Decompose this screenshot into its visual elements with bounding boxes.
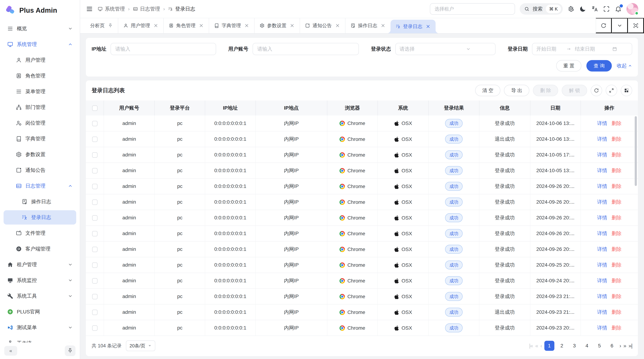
sidebar-item-login-log[interactable]: 登录日志 <box>4 210 76 225</box>
delete-link[interactable]: 删除 <box>612 199 622 205</box>
detail-link[interactable]: 详情 <box>597 183 607 189</box>
table-fullscreen-button[interactable] <box>606 85 617 96</box>
collapse-filter-button[interactable]: 收起 <box>617 62 632 69</box>
close-icon[interactable] <box>244 23 249 28</box>
delete-link[interactable]: 删除 <box>612 215 622 220</box>
tab-user-management[interactable]: 用户管理 <box>118 18 163 33</box>
unlock-button[interactable]: 解 锁 <box>562 85 587 96</box>
first-page-button[interactable]: |« <box>529 343 533 349</box>
fullscreen-button[interactable] <box>603 5 610 12</box>
tab-param-settings[interactable]: 参数设置 <box>254 18 300 33</box>
close-icon[interactable] <box>153 23 158 28</box>
export-button[interactable]: 导 出 <box>504 85 529 96</box>
filter-account-input[interactable] <box>252 43 359 55</box>
sidebar-item-system-tools[interactable]: 系统工具 <box>4 289 76 303</box>
close-icon[interactable] <box>426 24 430 29</box>
detail-link[interactable]: 详情 <box>597 199 607 205</box>
sidebar-item-operation-log[interactable]: 操作日志 <box>4 195 76 209</box>
prev-5-pages-button[interactable]: « <box>535 343 538 349</box>
sidebar-pin-button[interactable] <box>65 346 76 356</box>
row-checkbox[interactable] <box>92 294 98 299</box>
row-checkbox[interactable] <box>92 247 98 252</box>
detail-link[interactable]: 详情 <box>597 152 607 157</box>
row-checkbox[interactable] <box>92 168 98 173</box>
breadcrumb-login-log[interactable]: 登录日志 <box>168 5 195 12</box>
page-button-1[interactable]: 1 <box>544 341 554 351</box>
detail-link[interactable]: 详情 <box>597 262 607 268</box>
delete-link[interactable]: 删除 <box>612 246 622 252</box>
row-checkbox[interactable] <box>92 200 98 205</box>
detail-link[interactable]: 详情 <box>597 278 607 283</box>
page-button-2[interactable]: 2 <box>557 341 567 351</box>
sidebar-item-notice[interactable]: 通知公告 <box>4 163 76 177</box>
table-refresh-button[interactable] <box>591 85 602 96</box>
detail-link[interactable]: 详情 <box>597 231 607 236</box>
row-checkbox[interactable] <box>92 325 98 331</box>
reset-button[interactable]: 重 置 <box>556 60 582 71</box>
global-search[interactable]: 搜索 ⌘ K <box>520 3 563 15</box>
page-button-4[interactable]: 4 <box>582 341 592 351</box>
delete-link[interactable]: 删除 <box>612 152 622 157</box>
sidebar-item-menu-management[interactable]: 菜单管理 <box>4 84 76 99</box>
delete-link[interactable]: 删除 <box>612 309 622 315</box>
delete-link[interactable]: 删除 <box>612 136 622 142</box>
select-all-checkbox[interactable] <box>92 105 98 111</box>
sidebar-collapse-button[interactable]: « <box>4 346 17 356</box>
last-page-button[interactable]: »| <box>628 343 632 349</box>
sidebar-item-overview[interactable]: 概览 <box>4 21 76 36</box>
notifications-button[interactable] <box>615 5 622 12</box>
dark-mode-button[interactable] <box>579 5 586 12</box>
close-icon[interactable] <box>380 23 386 28</box>
next-page-button[interactable]: › <box>620 343 621 349</box>
detail-link[interactable]: 详情 <box>597 215 607 220</box>
row-checkbox[interactable] <box>92 137 98 142</box>
sidebar-item-tenant-management[interactable]: 租户管理 <box>4 258 76 272</box>
delete-link[interactable]: 删除 <box>612 231 622 236</box>
sidebar-item-user-management[interactable]: 用户管理 <box>4 53 76 67</box>
breadcrumb-system-management[interactable]: 系统管理 <box>98 5 125 12</box>
refresh-tab-button[interactable] <box>596 18 612 33</box>
row-checkbox[interactable] <box>92 121 98 126</box>
breadcrumb-log-management[interactable]: DEV日志管理 <box>133 5 160 12</box>
detail-link[interactable]: 详情 <box>597 246 607 252</box>
row-checkbox[interactable] <box>92 278 98 284</box>
sidebar-item-log-management[interactable]: DEV日志管理 <box>4 179 76 193</box>
filter-ip-input[interactable] <box>110 43 216 55</box>
sidebar-item-client-management[interactable]: 客户端管理 <box>4 242 76 256</box>
row-checkbox[interactable] <box>92 215 98 221</box>
tab-operation-log[interactable]: 操作日志 <box>345 18 390 33</box>
detail-link[interactable]: 详情 <box>597 168 607 173</box>
search-submit-button[interactable]: 查 询 <box>586 60 612 71</box>
sidebar-item-param-settings[interactable]: 参数设置 <box>4 147 76 162</box>
language-button[interactable] <box>591 5 598 12</box>
tab-role-management[interactable]: 角色管理 <box>163 18 209 33</box>
delete-link[interactable]: 删除 <box>612 168 622 173</box>
table-columns-button[interactable] <box>621 85 632 96</box>
delete-button[interactable]: 删 除 <box>533 85 558 96</box>
next-5-pages-button[interactable]: » <box>624 343 626 349</box>
delete-link[interactable]: 删除 <box>612 262 622 268</box>
close-icon[interactable] <box>335 23 340 28</box>
detail-link[interactable]: 详情 <box>597 136 607 142</box>
detail-link[interactable]: 详情 <box>597 120 607 126</box>
page-button-6[interactable]: 6 <box>607 341 617 351</box>
content-fullscreen-button[interactable] <box>628 18 644 33</box>
delete-link[interactable]: 删除 <box>612 183 622 189</box>
delete-link[interactable]: 删除 <box>612 278 622 283</box>
page-size-select[interactable]: 20条/页 <box>126 341 155 351</box>
sidebar-item-system-monitor[interactable]: 系统监控 <box>4 273 76 288</box>
user-avatar[interactable] <box>626 3 638 15</box>
tab-notice[interactable]: 通知公告 <box>300 18 345 33</box>
delete-link[interactable]: 删除 <box>612 294 622 299</box>
delete-link[interactable]: 删除 <box>612 325 622 331</box>
detail-link[interactable]: 详情 <box>597 325 607 331</box>
row-checkbox[interactable] <box>92 263 98 268</box>
prev-page-button[interactable]: ‹ <box>540 343 542 349</box>
row-checkbox[interactable] <box>92 310 98 315</box>
tab-analysis[interactable]: 分析页 <box>85 18 118 33</box>
clear-button[interactable]: 清 空 <box>475 85 500 96</box>
vertical-scrollbar[interactable] <box>635 116 637 186</box>
detail-link[interactable]: 详情 <box>597 294 607 299</box>
sidebar-item-file-management[interactable]: 文件管理 <box>4 226 76 240</box>
row-checkbox[interactable] <box>92 152 98 158</box>
